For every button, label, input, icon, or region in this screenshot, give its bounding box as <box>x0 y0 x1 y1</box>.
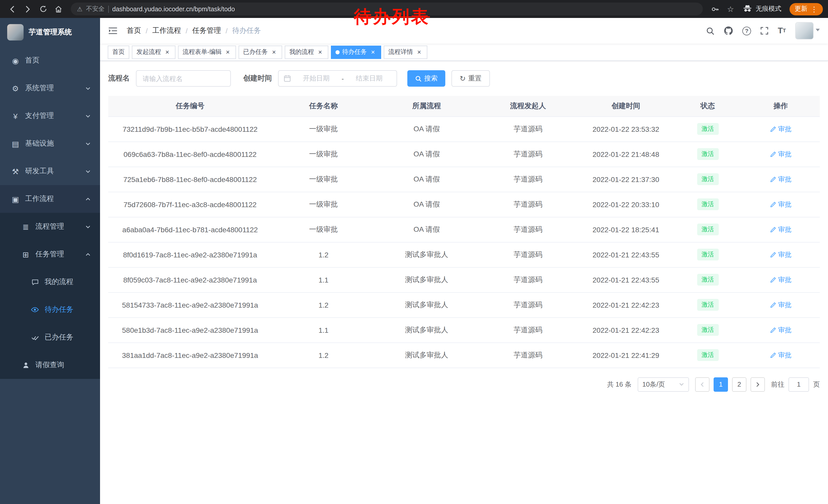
approve-button[interactable]: 审批 <box>770 325 791 334</box>
sidebar-item-my-processes[interactable]: 我的流程 <box>0 268 100 296</box>
approve-button[interactable]: 审批 <box>770 250 791 259</box>
approve-button[interactable]: 审批 <box>770 200 791 209</box>
sidebar-item-todo-tasks[interactable]: 待办任务 <box>0 296 100 324</box>
next-page-button[interactable] <box>750 377 765 392</box>
briefcase-icon: ▣ <box>10 195 20 203</box>
sidebar-item-dev-tools[interactable]: ⚒研发工具 <box>0 157 100 185</box>
approve-button[interactable]: 审批 <box>770 149 791 159</box>
reset-button[interactable]: ↻ 重置 <box>451 70 490 87</box>
breadcrumb: 首页/工作流程/任务管理/待办任务 <box>127 26 261 35</box>
browser-reload-icon[interactable] <box>36 2 50 16</box>
status-badge: 激活 <box>697 198 718 210</box>
tab-home[interactable]: 首页 <box>108 45 129 59</box>
sidebar-item-infrastructure[interactable]: ▤基础设施 <box>0 130 100 157</box>
process-name-input[interactable] <box>136 70 231 87</box>
approve-button[interactable]: 审批 <box>770 175 791 184</box>
main-area: 首页/工作流程/任务管理/待办任务 ? TT <box>100 18 828 504</box>
approve-button[interactable]: 审批 <box>770 124 791 134</box>
cell-initiator: 芋道源码 <box>478 242 578 267</box>
close-tab-icon[interactable]: × <box>416 48 423 56</box>
cell-initiator: 芋道源码 <box>478 317 578 342</box>
sidebar-item-home[interactable]: ◉首页 <box>0 47 100 74</box>
approve-button[interactable]: 审批 <box>770 300 791 310</box>
page-button-1[interactable]: 1 <box>714 377 728 392</box>
tab-todo-tasks[interactable]: 待办任务× <box>331 45 381 59</box>
breadcrumb-separator: / <box>226 27 228 35</box>
browser-home-icon[interactable] <box>51 2 66 16</box>
sidebar-item-done-tasks[interactable]: 已办任务 <box>0 324 100 351</box>
cell-actions: 审批 <box>742 192 820 217</box>
cell-actions: 审批 <box>742 242 820 267</box>
pagination: 共 16 条 10条/页 12 <box>108 377 820 392</box>
cell-status: 激活 <box>674 242 742 267</box>
tab-my-processes[interactable]: 我的流程× <box>285 45 328 59</box>
yen-icon: ¥ <box>10 112 20 120</box>
tabs-bar: 首页发起流程×流程表单-编辑×已办任务×我的流程×待办任务×流程详情× <box>100 44 828 61</box>
eye-icon <box>30 306 40 314</box>
approve-button[interactable]: 审批 <box>770 351 791 360</box>
cell-task-id: a6aba0a4-7b6d-11ec-b781-acde48001122 <box>108 217 272 242</box>
browser-back-icon[interactable] <box>5 2 19 16</box>
logo-image <box>7 24 24 41</box>
goto-page-input[interactable] <box>788 377 809 392</box>
sidebar-item-leave-query[interactable]: 请假查询 <box>0 351 100 379</box>
breadcrumb-item[interactable]: 首页 <box>127 26 141 35</box>
cell-process-name: OA 请假 <box>375 117 478 141</box>
search-icon[interactable] <box>706 27 715 35</box>
browser-update-button[interactable]: 更新 ⋮ <box>790 3 823 15</box>
sidebar-item-label: 任务管理 <box>35 250 64 259</box>
close-tab-icon[interactable]: × <box>271 48 278 56</box>
sidebar-item-workflow[interactable]: ▣工作流程 <box>0 185 100 213</box>
tab-label: 已办任务 <box>243 48 268 56</box>
cell-process-name: 测试多审批人 <box>375 292 478 317</box>
refresh-icon: ↻ <box>460 75 465 82</box>
approve-button[interactable]: 审批 <box>770 275 791 284</box>
sidebar-collapse-icon[interactable] <box>108 27 118 35</box>
status-badge: 激活 <box>697 224 718 235</box>
close-tab-icon[interactable]: × <box>224 48 232 56</box>
sidebar-item-process-management[interactable]: ≣流程管理 <box>0 213 100 240</box>
search-button[interactable]: 搜索 <box>407 70 445 87</box>
help-icon[interactable]: ? <box>742 27 751 35</box>
table-row: 580e1b3d-7ac8-11ec-a9e2-a2380e71991a1.1测… <box>108 317 820 342</box>
cell-task-name: 1.2 <box>272 242 375 267</box>
page-size-select[interactable]: 10条/页 <box>638 377 689 392</box>
close-tab-icon[interactable]: × <box>164 48 171 56</box>
column-header-initiator: 流程发起人 <box>478 96 578 117</box>
close-tab-icon[interactable]: × <box>317 48 324 56</box>
sidebar-item-label: 我的流程 <box>45 277 73 287</box>
sidebar-item-payment-management[interactable]: ¥支付管理 <box>0 102 100 130</box>
gear-icon: ⚙ <box>10 84 20 92</box>
close-tab-icon[interactable]: × <box>369 48 377 56</box>
cell-initiator: 芋道源码 <box>478 217 578 242</box>
prev-page-button[interactable] <box>695 377 709 392</box>
approve-button[interactable]: 审批 <box>770 225 791 234</box>
user-avatar[interactable] <box>795 22 820 40</box>
github-icon[interactable] <box>724 26 733 35</box>
browser-forward-icon[interactable] <box>20 2 35 16</box>
page-button-2[interactable]: 2 <box>732 377 746 392</box>
cell-status: 激活 <box>674 217 742 242</box>
tab-process-detail[interactable]: 流程详情× <box>384 45 427 59</box>
font-size-icon[interactable]: TT <box>778 27 786 35</box>
chat-icon <box>30 278 40 286</box>
fullscreen-icon[interactable] <box>760 27 769 35</box>
browser-menu-kebab-icon[interactable]: ⋮ <box>811 5 818 12</box>
tab-done-tasks[interactable]: 已办任务× <box>239 45 282 59</box>
key-icon[interactable] <box>708 2 722 16</box>
status-badge: 激活 <box>697 148 718 160</box>
sidebar-item-task-management[interactable]: ⊞任务管理 <box>0 240 100 268</box>
cell-task-name: 1.1 <box>272 267 375 292</box>
sidebar-item-label: 工作流程 <box>25 194 54 203</box>
url-text: dashboard.yudao.iocoder.cn/bpm/task/todo <box>112 5 235 12</box>
tab-start-process[interactable]: 发起流程× <box>132 45 175 59</box>
calendar-icon <box>284 75 291 82</box>
breadcrumb-item[interactable]: 任务管理 <box>192 26 221 35</box>
date-range-picker[interactable]: 开始日期 - 结束日期 <box>278 70 397 87</box>
breadcrumb-item[interactable]: 工作流程 <box>152 26 181 35</box>
cell-initiator: 芋道源码 <box>478 192 578 217</box>
table-row: 725a1eb6-7b88-11ec-8ef0-acde48001122一级审批… <box>108 167 820 192</box>
sidebar-item-system-management[interactable]: ⚙系统管理 <box>0 74 100 102</box>
tab-process-form-edit[interactable]: 流程表单-编辑× <box>178 45 236 59</box>
bookmark-star-icon[interactable]: ☆ <box>723 2 738 16</box>
